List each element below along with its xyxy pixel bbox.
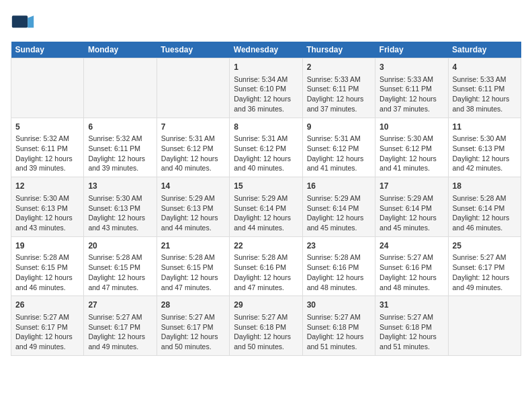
calendar-cell xyxy=(448,296,521,356)
day-info-line: Sunset: 6:11 PM xyxy=(380,84,443,94)
calendar-cell: 19Sunrise: 5:28 AMSunset: 6:15 PMDayligh… xyxy=(11,236,84,296)
day-info-line: Sunset: 6:11 PM xyxy=(15,144,79,154)
calendar-week-row: 26Sunrise: 5:27 AMSunset: 6:17 PMDayligh… xyxy=(11,296,521,356)
day-info-line: Daylight: 12 hours and 38 minutes. xyxy=(453,94,517,113)
day-info-line: Daylight: 12 hours and 51 minutes. xyxy=(380,332,443,351)
day-info-line: Sunrise: 5:30 AM xyxy=(453,134,517,144)
logo-icon xyxy=(11,11,35,35)
day-info-line: Daylight: 12 hours and 39 minutes. xyxy=(88,154,152,173)
day-info-line: Sunset: 6:14 PM xyxy=(234,203,298,214)
day-number: 8 xyxy=(234,122,298,133)
day-info-line: Daylight: 12 hours and 37 minutes. xyxy=(380,94,443,113)
day-number: 14 xyxy=(161,181,225,192)
calendar-cell xyxy=(84,58,157,118)
day-info-line: Sunset: 6:15 PM xyxy=(161,263,225,273)
day-number: 31 xyxy=(380,300,443,311)
day-info-line: Sunrise: 5:34 AM xyxy=(234,75,298,85)
day-info-line: Daylight: 12 hours and 36 minutes. xyxy=(234,94,298,113)
day-info-line: Daylight: 12 hours and 44 minutes. xyxy=(161,213,225,232)
day-info-line: Sunset: 6:15 PM xyxy=(88,263,152,273)
day-info-line: Sunrise: 5:30 AM xyxy=(380,134,443,144)
day-info-line: Sunrise: 5:27 AM xyxy=(307,312,371,322)
day-number: 28 xyxy=(161,300,225,311)
day-info-line: Sunset: 6:17 PM xyxy=(88,322,152,332)
day-number: 15 xyxy=(234,181,298,192)
day-info-line: Daylight: 12 hours and 49 minutes. xyxy=(453,273,517,292)
day-number: 27 xyxy=(88,300,152,311)
day-info-line: Sunrise: 5:30 AM xyxy=(88,193,152,203)
day-number: 17 xyxy=(380,181,443,192)
day-info-line: Daylight: 12 hours and 41 minutes. xyxy=(380,154,443,173)
day-info-line: Sunset: 6:16 PM xyxy=(234,263,298,273)
day-info-line: Sunrise: 5:31 AM xyxy=(307,134,371,144)
day-info-line: Sunrise: 5:29 AM xyxy=(307,193,371,203)
calendar-cell: 5Sunrise: 5:32 AMSunset: 6:11 PMDaylight… xyxy=(11,118,84,177)
day-info-line: Sunset: 6:12 PM xyxy=(234,144,298,154)
day-number: 24 xyxy=(380,240,443,252)
calendar-week-row: 1Sunrise: 5:34 AMSunset: 6:10 PMDaylight… xyxy=(11,58,521,118)
day-number: 18 xyxy=(453,181,517,192)
day-info-line: Daylight: 12 hours and 48 minutes. xyxy=(380,273,443,292)
calendar-table: SundayMondayTuesdayWednesdayThursdayFrid… xyxy=(11,42,521,356)
calendar-week-row: 19Sunrise: 5:28 AMSunset: 6:15 PMDayligh… xyxy=(11,236,521,296)
day-info-line: Sunset: 6:14 PM xyxy=(380,203,443,214)
day-info-line: Sunrise: 5:28 AM xyxy=(15,253,79,263)
day-info-line: Sunset: 6:18 PM xyxy=(307,322,371,332)
calendar-cell: 13Sunrise: 5:30 AMSunset: 6:13 PMDayligh… xyxy=(84,177,157,237)
day-info-line: Sunset: 6:16 PM xyxy=(307,263,371,273)
day-number: 11 xyxy=(453,122,517,133)
calendar-week-row: 12Sunrise: 5:30 AMSunset: 6:13 PMDayligh… xyxy=(11,177,521,237)
calendar-cell: 12Sunrise: 5:30 AMSunset: 6:13 PMDayligh… xyxy=(11,177,84,237)
calendar-day-header: Wednesday xyxy=(230,42,302,58)
calendar-day-header: Tuesday xyxy=(157,42,229,58)
calendar-day-header: Friday xyxy=(375,42,448,58)
day-number: 16 xyxy=(307,181,371,192)
day-info-line: Sunrise: 5:27 AM xyxy=(453,253,517,263)
calendar-week-row: 5Sunrise: 5:32 AMSunset: 6:11 PMDaylight… xyxy=(11,118,521,177)
logo xyxy=(11,11,38,35)
day-info-line: Daylight: 12 hours and 44 minutes. xyxy=(234,213,298,232)
calendar-cell: 15Sunrise: 5:29 AMSunset: 6:14 PMDayligh… xyxy=(230,177,302,237)
day-info-line: Daylight: 12 hours and 49 minutes. xyxy=(88,332,152,351)
day-number: 4 xyxy=(453,62,517,73)
calendar-day-header: Monday xyxy=(84,42,157,58)
day-info-line: Sunrise: 5:27 AM xyxy=(88,312,152,322)
calendar-cell: 22Sunrise: 5:28 AMSunset: 6:16 PMDayligh… xyxy=(230,236,302,296)
day-info-line: Sunrise: 5:28 AM xyxy=(234,253,298,263)
day-info-line: Daylight: 12 hours and 47 minutes. xyxy=(88,273,152,292)
calendar-cell: 4Sunrise: 5:33 AMSunset: 6:11 PMDaylight… xyxy=(448,58,521,118)
calendar-cell xyxy=(157,58,229,118)
day-info-line: Daylight: 12 hours and 51 minutes. xyxy=(307,332,371,351)
day-number: 26 xyxy=(15,300,79,311)
day-info-line: Daylight: 12 hours and 42 minutes. xyxy=(453,154,517,173)
svg-marker-1 xyxy=(28,15,34,28)
day-info-line: Sunrise: 5:29 AM xyxy=(161,193,225,203)
calendar-cell: 30Sunrise: 5:27 AMSunset: 6:18 PMDayligh… xyxy=(302,296,375,356)
day-info-line: Sunset: 6:17 PM xyxy=(161,322,225,332)
day-info-line: Daylight: 12 hours and 43 minutes. xyxy=(88,213,152,232)
day-info-line: Daylight: 12 hours and 49 minutes. xyxy=(15,332,79,351)
day-number: 19 xyxy=(15,240,79,252)
day-info-line: Sunrise: 5:27 AM xyxy=(380,253,443,263)
day-info-line: Sunrise: 5:33 AM xyxy=(380,75,443,85)
calendar-cell: 2Sunrise: 5:33 AMSunset: 6:11 PMDaylight… xyxy=(302,58,375,118)
day-info-line: Daylight: 12 hours and 46 minutes. xyxy=(453,213,517,232)
day-info-line: Sunrise: 5:27 AM xyxy=(380,312,443,322)
calendar-cell: 27Sunrise: 5:27 AMSunset: 6:17 PMDayligh… xyxy=(84,296,157,356)
calendar-cell: 28Sunrise: 5:27 AMSunset: 6:17 PMDayligh… xyxy=(157,296,229,356)
day-info-line: Sunset: 6:12 PM xyxy=(380,144,443,154)
day-number: 6 xyxy=(88,122,152,133)
day-number: 1 xyxy=(234,62,298,73)
day-info-line: Daylight: 12 hours and 39 minutes. xyxy=(15,154,79,173)
day-number: 7 xyxy=(161,122,225,133)
calendar-cell: 7Sunrise: 5:31 AMSunset: 6:12 PMDaylight… xyxy=(157,118,229,177)
calendar-cell: 24Sunrise: 5:27 AMSunset: 6:16 PMDayligh… xyxy=(375,236,448,296)
day-number: 2 xyxy=(307,62,371,73)
calendar-day-header: Sunday xyxy=(11,42,84,58)
day-info-line: Daylight: 12 hours and 37 minutes. xyxy=(307,94,371,113)
day-info-line: Daylight: 12 hours and 41 minutes. xyxy=(307,154,371,173)
day-info-line: Daylight: 12 hours and 45 minutes. xyxy=(380,213,443,232)
day-info-line: Daylight: 12 hours and 50 minutes. xyxy=(234,332,298,351)
svg-rect-0 xyxy=(12,15,28,28)
header xyxy=(11,11,521,35)
